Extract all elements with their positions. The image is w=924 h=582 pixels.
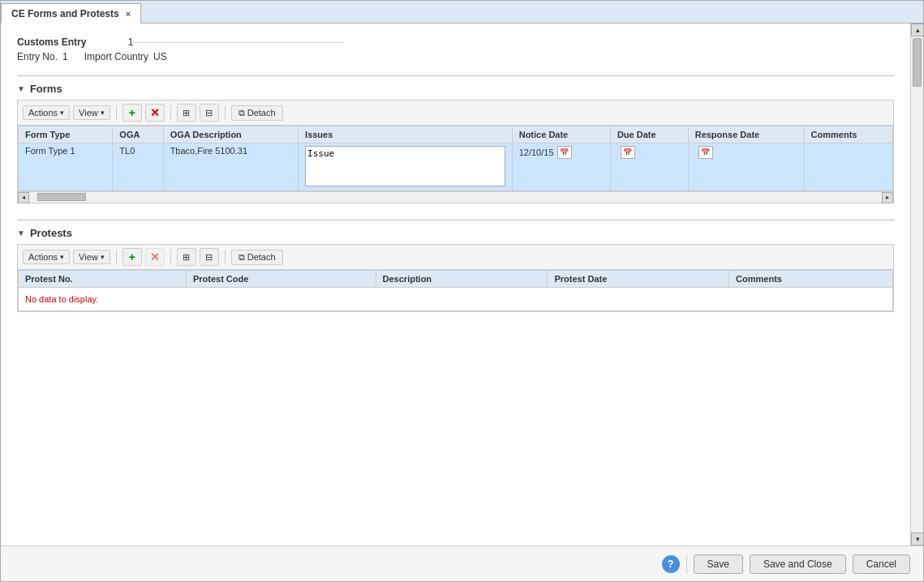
cell-form-type: Form Type 1 [19,143,113,191]
protests-detach-icon: ⧉ [239,252,245,263]
forms-header-row: Form Type OGA OGA Description Issues Not… [19,126,893,143]
entry-no-item: Entry No. 1 [17,51,68,62]
tab-ce-forms[interactable]: CE Forms and Protests × [1,3,141,24]
col-protest-comments: Comments [729,271,893,288]
cell-notice-date: 12/10/15 📅 [512,143,610,191]
protests-detach-button[interactable]: ⧉ Detach [231,250,283,265]
import-country-value: US [153,51,167,62]
cell-comments [804,143,892,191]
forms-save-button[interactable]: ⊟ [200,104,219,122]
vscroll-up[interactable]: ▴ [911,24,923,36]
forms-section: ▼ Forms Actions ▾ View ▾ + [17,75,894,203]
tab-close-icon[interactable]: × [126,9,131,19]
vscroll-down[interactable]: ▾ [911,533,923,546]
forms-actions-button[interactable]: Actions ▾ [23,105,70,120]
protests-header-row: Protest No. Protest Code Description Pro… [19,271,893,288]
forms-toolbar-sep1 [116,105,117,120]
forms-view-button[interactable]: View ▾ [73,105,110,120]
protests-actions-chevron: ▾ [60,253,64,261]
customs-entry-row: Customs Entry 1 [17,36,894,48]
forms-section-title: Forms [30,83,62,95]
help-button[interactable]: ? [662,555,680,573]
footer: ? Save Save and Close Cancel [1,546,923,581]
cell-oga-desc: Tbaco,Fire 5100.31 [163,143,298,191]
col-protest-desc: Description [376,271,548,288]
cancel-button[interactable]: Cancel [853,554,910,574]
protests-edit-icon: ⊞ [183,252,190,263]
due-date-calendar-icon[interactable]: 📅 [621,146,635,159]
col-protest-code: Protest Code [186,271,376,288]
protests-actions-label: Actions [28,252,58,262]
forms-table-body: Form Type 1 TL0 Tbaco,Fire 5100.31 Issue… [19,143,893,191]
vertical-scrollbar[interactable]: ▴ ▾ [910,24,923,546]
hscroll-track [29,192,882,203]
forms-add-button[interactable]: + [122,104,142,122]
forms-toolbar-sep3 [225,105,226,120]
response-date-calendar-icon[interactable]: 📅 [698,146,713,159]
edit-rows-icon: ⊞ [183,108,190,118]
notice-date-value: 12/10/15 [519,148,554,157]
protests-view-chevron: ▾ [101,253,105,261]
save-close-button[interactable]: Save and Close [750,554,846,574]
forms-delete-button[interactable]: ✕ [145,104,165,122]
hscroll-thumb[interactable] [37,193,86,201]
col-comments: Comments [804,126,892,143]
plus-icon: + [129,106,135,119]
customs-entry-value: 1 [128,36,134,48]
due-date-cell: 📅 [617,146,681,159]
protests-save-icon: ⊟ [205,252,213,263]
hscroll-left[interactable]: ◂ [18,192,29,203]
header-info: Customs Entry 1 Entry No. 1 Import Count… [17,36,894,62]
forms-table-head: Form Type OGA OGA Description Issues Not… [19,126,893,143]
col-protest-no: Protest No. [19,271,187,288]
protests-section-title: Protests [30,227,72,239]
protests-no-data: No data to display. [18,288,893,311]
col-form-type: Form Type [19,126,113,143]
protests-section: ▼ Protests Actions ▾ View ▾ + [17,220,894,312]
forms-section-header: ▼ Forms [17,83,894,95]
tab-label: CE Forms and Protests [11,8,119,19]
save-rows-icon: ⊟ [205,108,213,118]
protests-sep1 [116,250,117,264]
cell-due-date: 📅 [610,143,688,191]
protests-add-button[interactable]: + [122,248,142,266]
detach-icon: ⧉ [239,108,245,118]
main-window: CE Forms and Protests × Customs Entry 1 … [0,0,924,582]
forms-toggle-icon[interactable]: ▼ [17,84,25,93]
content-area: Customs Entry 1 Entry No. 1 Import Count… [1,24,910,546]
import-country-label: Import Country [84,51,148,62]
table-row[interactable]: Form Type 1 TL0 Tbaco,Fire 5100.31 Issue… [19,143,893,191]
protests-table: Protest No. Protest Code Description Pro… [18,270,893,288]
issues-textarea[interactable]: Issue [305,146,505,186]
forms-hscroll[interactable]: ◂ ▸ [17,192,894,203]
response-date-cell: 📅 [695,146,797,159]
save-button[interactable]: Save [694,554,743,574]
protests-toggle-icon[interactable]: ▼ [17,229,25,238]
protests-save-rows-button[interactable]: ⊟ [200,248,219,266]
protests-table-head: Protest No. Protest Code Description Pro… [19,271,893,288]
forms-edit-button[interactable]: ⊞ [177,104,196,122]
protests-sep3 [225,250,226,264]
protests-sep2 [170,250,171,264]
protests-actions-button[interactable]: Actions ▾ [23,250,70,264]
vscroll-thumb[interactable] [913,38,922,87]
forms-table-container: Form Type OGA OGA Description Issues Not… [17,125,894,192]
protests-view-label: View [79,252,98,262]
protests-section-header: ▼ Protests [17,227,894,239]
protests-view-button[interactable]: View ▾ [73,250,110,264]
forms-view-label: View [79,108,98,118]
protests-plus-icon: + [129,250,135,263]
forms-detach-button[interactable]: ⧉ Detach [231,105,283,121]
cell-issues[interactable]: Issue [299,143,513,191]
notice-date-calendar-icon[interactable]: 📅 [557,146,572,159]
protests-edit-button[interactable]: ⊞ [177,248,196,266]
protests-detach-label: Detach [247,252,276,262]
col-due-date: Due Date [610,126,688,143]
protests-table-container: Protest No. Protest Code Description Pro… [17,269,894,312]
hscroll-right[interactable]: ▸ [882,192,893,203]
forms-actions-chevron: ▾ [60,109,64,117]
tab-bar: CE Forms and Protests × [1,1,923,24]
col-protest-date: Protest Date [548,271,729,288]
entry-no-label: Entry No. [17,51,58,62]
protests-delete-button[interactable]: ✕ [145,248,165,266]
